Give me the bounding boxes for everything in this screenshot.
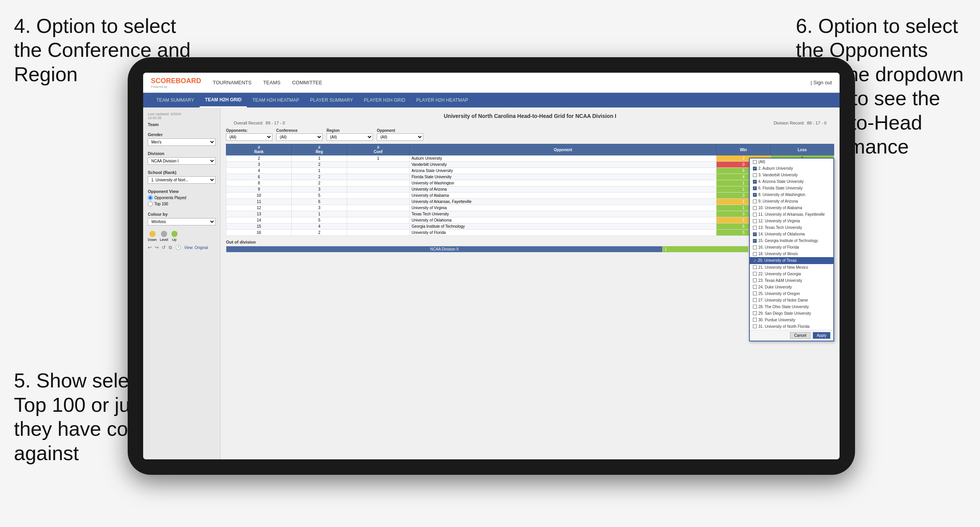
rank-cell: 11 — [226, 199, 292, 205]
table-row: 15 4 Georgia Institute of Technology 5 0 — [226, 223, 834, 230]
team-section: Team — [148, 122, 215, 127]
radio-opponents-played-input[interactable] — [148, 195, 153, 200]
dropdown-item[interactable]: ✓ 6. Florida State University — [750, 185, 833, 191]
division-select[interactable]: NCAA Division I — [148, 157, 215, 165]
nav-tournaments[interactable]: TOURNAMENTS — [213, 78, 251, 87]
dropdown-item[interactable]: 21. University of New Mexico — [750, 264, 833, 271]
refresh-icon[interactable]: ↺ — [162, 245, 166, 250]
clock-icon[interactable]: 🕐 — [175, 245, 181, 250]
opponent-cell: Auburn University — [409, 155, 716, 162]
dropdown-item[interactable]: 28. The Ohio State University — [750, 304, 833, 310]
colour-by-select[interactable]: Win/loss — [148, 218, 215, 225]
division-record: Division Record: 88 - 17 - 0 — [774, 121, 826, 125]
reg-cell: 3 — [292, 186, 347, 193]
opponents-filter-select[interactable]: (All) — [226, 133, 272, 141]
subnav-team-h2h-grid[interactable]: TEAM H2H GRID — [200, 93, 247, 107]
gender-select[interactable]: Men's — [148, 138, 215, 146]
dropdown-item[interactable]: ✓ 2. Auburn University — [750, 165, 833, 172]
dropdown-item[interactable]: 29. San Diego State University — [750, 310, 833, 317]
opponent-view-section: Opponent View Opponents Played Top 100 — [148, 189, 215, 206]
school-label: School (Rank) — [148, 170, 215, 175]
radio-top100[interactable]: Top 100 — [148, 201, 215, 206]
school-section: School (Rank) 1. University of Nort... — [148, 170, 215, 184]
redo-icon[interactable]: ↪ — [155, 245, 159, 250]
col-reg: #Reg — [292, 144, 347, 155]
checkbox-icon — [753, 285, 757, 289]
reg-cell: 1 — [292, 155, 347, 162]
subnav-player-h2h-grid[interactable]: PLAYER H2H GRID — [359, 93, 411, 107]
checkbox-icon — [753, 278, 757, 282]
conf-cell — [347, 199, 409, 205]
dropdown-item[interactable]: ✓ 14. University of Oklahoma — [750, 231, 833, 237]
dropdown-item[interactable]: 18. University of Illinois — [750, 251, 833, 257]
dropdown-item[interactable]: 27. University of Notre Dame — [750, 297, 833, 304]
dropdown-item[interactable]: 25. University of Oregon — [750, 290, 833, 297]
opponent-filter: Opponent (All) — [377, 128, 423, 141]
subnav-player-summary[interactable]: PLAYER SUMMARY — [305, 93, 359, 107]
dropdown-item[interactable]: 30. Purdue University — [750, 317, 833, 323]
subnav-team-h2h-heatmap[interactable]: TEAM H2H HEATMAP — [247, 93, 304, 107]
copy-icon[interactable]: ⧉ — [169, 245, 172, 250]
radio-top100-input[interactable] — [148, 201, 153, 206]
opponent-filter-select[interactable]: (All) — [377, 133, 423, 141]
logo-text: SCOREBOARD — [151, 77, 201, 85]
logo: SCOREBOARD Powered by ... — [151, 77, 201, 89]
dropdown-item[interactable]: (All) — [750, 159, 833, 165]
conference-filter-select[interactable]: (All) — [276, 133, 323, 141]
dropdown-item[interactable]: 22. University of Georgia — [750, 271, 833, 277]
checkbox-icon: ✓ — [753, 193, 757, 197]
nav-teams[interactable]: TEAMS — [263, 78, 280, 87]
checkbox-icon — [753, 200, 757, 203]
opponent-cell: University of Arizona — [409, 186, 716, 193]
apply-button[interactable]: Apply — [813, 332, 830, 339]
dropdown-item[interactable]: 31. University of North Florida — [750, 323, 833, 330]
nav-committee[interactable]: COMMITTEE — [292, 78, 322, 87]
reg-cell: 3 — [292, 205, 347, 211]
checkbox-icon — [753, 272, 757, 276]
cancel-button[interactable]: Cancel — [790, 332, 811, 339]
conference-filter-label: Conference — [276, 128, 323, 133]
nav-sign-out[interactable]: | Sign out — [811, 80, 832, 85]
region-filter-select[interactable]: (All) — [327, 133, 373, 141]
checkbox-icon — [753, 246, 757, 249]
legend-level-dot — [161, 231, 167, 237]
dropdown-item[interactable]: 16. University of Florida — [750, 244, 833, 251]
gender-label: Gender — [148, 132, 215, 137]
subnav-player-h2h-heatmap[interactable]: PLAYER H2H HEATMAP — [411, 93, 474, 107]
school-select[interactable]: 1. University of Nort... — [148, 176, 215, 184]
rank-cell: 15 — [226, 223, 292, 230]
dropdown-item[interactable]: ✓ 20. University of Texas — [750, 257, 833, 264]
col-conf: #Conf — [347, 144, 409, 155]
checkbox-icon — [753, 252, 757, 256]
opponent-dropdown[interactable]: (All)✓ 2. Auburn University 3. Vanderbil… — [749, 158, 834, 341]
dropdown-item[interactable]: ✓ 4. Arizona State University — [750, 178, 833, 185]
legend-up: Up — [171, 231, 178, 242]
dropdown-item[interactable]: 3. Vanderbilt University — [750, 172, 833, 178]
legend-down: Down — [148, 231, 157, 242]
view-label: View: Original — [184, 246, 208, 250]
dropdown-item[interactable]: 10. University of Alabama — [750, 205, 833, 211]
dropdown-item[interactable]: 13. Texas Tech University — [750, 224, 833, 231]
table-row: 10 5 University of Alabama 3 0 — [226, 193, 834, 199]
opponent-view-label: Opponent View — [148, 189, 215, 194]
dropdown-item[interactable]: 11. University of Arkansas, Fayetteville — [750, 211, 833, 218]
radio-opponents-played[interactable]: Opponents Played — [148, 195, 215, 200]
filter-row: Opponents: (All) Conference (All) Region — [226, 128, 834, 141]
dropdown-item[interactable]: 23. Texas A&M University — [750, 277, 833, 284]
division-section: Division NCAA Division I — [148, 151, 215, 165]
dropdown-item[interactable]: ✓ 8. University of Washington — [750, 191, 833, 198]
undo-icon[interactable]: ↩ — [148, 245, 152, 250]
col-opponent: Opponent — [409, 144, 716, 155]
dropdown-item[interactable]: ✓ 15. Georgia Institute of Technology — [750, 237, 833, 244]
rank-cell: 4 — [226, 168, 292, 174]
region-filter-label: Region — [327, 128, 373, 133]
dropdown-item[interactable]: 9. University of Arizona — [750, 198, 833, 205]
conf-cell: 1 — [347, 155, 409, 162]
opponent-cell: Vanderbilt University — [409, 162, 716, 168]
subnav-team-summary[interactable]: TEAM SUMMARY — [151, 93, 200, 107]
reg-cell: 2 — [292, 180, 347, 186]
division-label: Division — [148, 151, 215, 156]
dropdown-item[interactable]: 12. University of Virginia — [750, 218, 833, 224]
conf-cell — [347, 205, 409, 211]
dropdown-item[interactable]: 24. Duke University — [750, 284, 833, 290]
